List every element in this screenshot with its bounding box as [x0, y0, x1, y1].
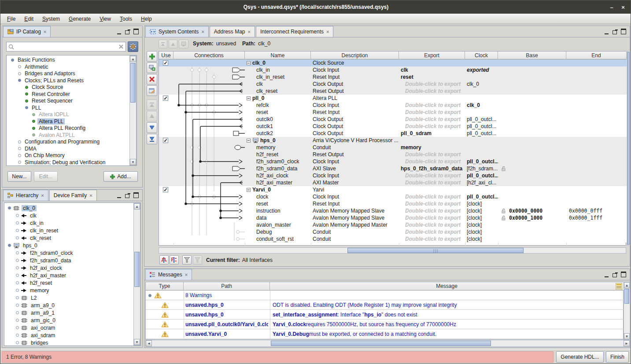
- move-up-button[interactable]: [147, 111, 157, 121]
- export-cell[interactable]: Double-click to export: [401, 235, 465, 243]
- export-cell[interactable]: Double-click to export: [401, 123, 465, 130]
- tree-expander-icon[interactable]: [18, 79, 21, 82]
- hierarchy-item-arm_a9_1[interactable]: arm_a9_1: [6, 309, 133, 316]
- panel-maximize-icon[interactable]: [133, 29, 139, 34]
- tree-expander-icon[interactable]: [16, 221, 19, 224]
- use-checkbox[interactable]: ✓: [163, 138, 168, 143]
- ip-tree-item-configuration-and-programming[interactable]: Configuration and Programming: [7, 138, 129, 145]
- use-checkbox[interactable]: ✓: [163, 60, 168, 66]
- clock-cell[interactable]: [clock]: [467, 214, 498, 221]
- base-cell[interactable]: [502, 165, 566, 172]
- ip-tree-item-basic-functions[interactable]: Basic Functions: [7, 56, 129, 63]
- tree-expander-icon[interactable]: [8, 206, 11, 210]
- panel-maximize-icon[interactable]: [621, 272, 626, 277]
- tree-expander-icon[interactable]: [16, 214, 19, 217]
- hierarchy-item-bridges[interactable]: bridges: [6, 339, 133, 346]
- base-cell[interactable]: [502, 228, 566, 235]
- message-column-path[interactable]: Path: [184, 282, 270, 290]
- clock-cell[interactable]: [f2h_sdram...: [467, 165, 498, 172]
- base-cell[interactable]: [502, 74, 566, 81]
- use-checkbox[interactable]: ✓: [163, 187, 168, 192]
- panel-float-icon[interactable]: [613, 29, 618, 34]
- clock-cell[interactable]: pll_0_outcl...: [467, 123, 498, 130]
- ip-settings-button[interactable]: [128, 41, 138, 52]
- export-cell[interactable]: [401, 95, 465, 102]
- hierarchy-item-h2f_reset[interactable]: h2f_reset: [6, 279, 133, 287]
- hierarchy-item-arm_a9_0[interactable]: arm_a9_0: [6, 301, 133, 309]
- base-cell[interactable]: [502, 123, 566, 130]
- ip-tree-item-avalon-altpll[interactable]: Avalon ALTPLL: [7, 132, 129, 139]
- parent-system-icon[interactable]: [179, 40, 188, 48]
- remove-component-button[interactable]: [147, 74, 157, 85]
- export-cell[interactable]: hps_0_f2h_sdram0_data: [401, 165, 465, 172]
- base-cell[interactable]: [502, 221, 566, 228]
- table-hscrollbar[interactable]: [159, 247, 626, 254]
- menu-system[interactable]: System: [38, 15, 64, 23]
- scroll-up-icon[interactable]: ▲: [130, 56, 136, 62]
- scroll-right-icon[interactable]: ►: [624, 340, 630, 346]
- ip-tree-item-on-chip-memory[interactable]: On Chip Memory: [7, 152, 129, 159]
- clock-cell[interactable]: pll_0_outcl...: [467, 130, 498, 137]
- clock-cell[interactable]: [467, 74, 498, 81]
- tab-close-icon[interactable]: ×: [44, 29, 46, 34]
- clock-cell[interactable]: [467, 109, 498, 116]
- base-cell[interactable]: 0x0000_1000: [502, 214, 566, 221]
- export-cell[interactable]: Double-click to export: [401, 179, 465, 186]
- clock-cell[interactable]: pll_0_outcl...: [467, 158, 498, 165]
- hierarchy-item-axi_sdram[interactable]: axi_sdram: [6, 331, 133, 339]
- move-up-system-button[interactable]: [169, 40, 177, 48]
- ip-tree-item-clocks-plls-and-resets[interactable]: Clocks; PLLs and Resets: [7, 77, 129, 84]
- tab-close-icon[interactable]: ×: [201, 29, 204, 34]
- move-bottom-button[interactable]: [147, 134, 157, 144]
- export-cell[interactable]: Double-click to export: [401, 200, 465, 207]
- clock-cell[interactable]: [h2f_axi_cl...: [467, 179, 498, 186]
- collapse-icon[interactable]: [247, 188, 251, 192]
- clock-cell[interactable]: clk_0: [467, 81, 498, 88]
- tree-expander-icon[interactable]: [16, 259, 19, 262]
- export-cell[interactable]: clk: [401, 66, 465, 74]
- export-cell[interactable]: Double-click to export: [401, 158, 465, 165]
- export-cell[interactable]: [401, 59, 465, 66]
- hierarchy-item-l2[interactable]: L2: [6, 294, 133, 301]
- column-settings-icon[interactable]: [616, 283, 622, 290]
- panel-float-icon[interactable]: [125, 29, 130, 34]
- use-checkbox[interactable]: ✓: [163, 96, 168, 101]
- clock-cell[interactable]: [clock]: [467, 235, 498, 243]
- tree-expander-icon[interactable]: [148, 294, 151, 297]
- move-down-button[interactable]: [147, 122, 157, 133]
- export-cell[interactable]: Double-click to export: [401, 214, 465, 221]
- menu-file[interactable]: File: [3, 15, 19, 23]
- ip-tree-item-reset-controller[interactable]: Reset Controller: [7, 91, 129, 98]
- filter-icon[interactable]: [182, 255, 192, 265]
- hierarchy-item-f2h_sdram0_data[interactable]: f2h_sdram0_data: [6, 257, 133, 264]
- tree-expander-icon[interactable]: [16, 319, 19, 322]
- export-cell[interactable]: reset: [401, 74, 465, 81]
- base-cell[interactable]: [502, 151, 566, 158]
- edit-component-button[interactable]: [147, 85, 157, 96]
- base-cell[interactable]: [502, 130, 566, 137]
- tab-hierarchy[interactable]: Hierarchy ×: [3, 190, 48, 201]
- base-cell[interactable]: [502, 88, 566, 95]
- scrollbar-thumb[interactable]: [347, 248, 524, 253]
- clock-cell[interactable]: [clock]: [467, 221, 498, 228]
- export-cell[interactable]: [401, 186, 465, 193]
- export-cell[interactable]: Double-click to export: [401, 116, 465, 123]
- hierarchy-item-h2f_axi_master[interactable]: h2f_axi_master: [6, 272, 133, 279]
- collapse-system-button[interactable]: [159, 40, 167, 48]
- export-cell[interactable]: Double-click to export: [401, 172, 465, 179]
- clock-cell[interactable]: pll_0_outcl...: [467, 172, 498, 179]
- tree-expander-icon[interactable]: [16, 304, 19, 307]
- ip-tree-item-altera-pll[interactable]: Altera PLL: [7, 118, 129, 125]
- export-cell[interactable]: Double-click to export: [401, 221, 465, 228]
- scrollbar-thumb[interactable]: [130, 63, 136, 103]
- search-input[interactable]: [16, 44, 117, 50]
- message-row[interactable]: unsaved.Yarvi_0Yarvi_0.Debug must be exp…: [146, 329, 624, 339]
- column-header-clock[interactable]: Clock: [465, 51, 498, 59]
- base-cell[interactable]: [502, 186, 566, 193]
- panel-minimize-icon[interactable]: [604, 272, 609, 277]
- ip-tree-item-dma[interactable]: DMA: [7, 145, 129, 152]
- hierarchy-item-clk_0[interactable]: clk_0: [6, 204, 133, 212]
- menu-view[interactable]: View: [96, 15, 115, 23]
- message-row[interactable]: 8 Warnings: [146, 290, 624, 300]
- base-cell[interactable]: [502, 137, 566, 144]
